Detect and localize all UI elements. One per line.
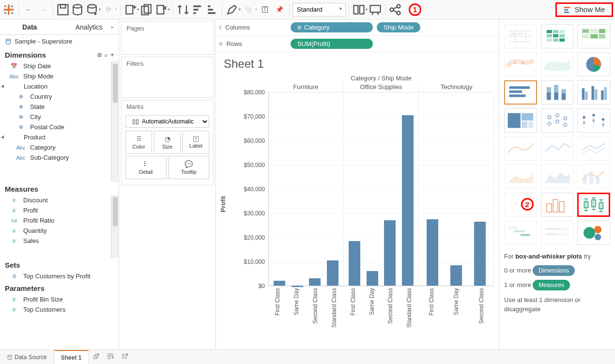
viz-gantt[interactable]: [504, 221, 537, 245]
viz-box-plot[interactable]: [577, 193, 610, 217]
show-hide-cards-icon[interactable]: [352, 3, 366, 16]
field-sales[interactable]: #Sales: [0, 236, 111, 246]
field-ship-date[interactable]: 📅Ship Date: [0, 61, 111, 71]
category-header[interactable]: Furniture: [268, 82, 343, 92]
x-label[interactable]: First Class: [274, 286, 281, 334]
tableau-logo-icon[interactable]: [2, 3, 15, 16]
viz-side-by-side-bar[interactable]: [577, 80, 610, 105]
label-button[interactable]: TLabel: [183, 131, 209, 154]
clear-icon[interactable]: [154, 3, 168, 16]
tooltip-button[interactable]: 💬Tooltip: [169, 156, 210, 179]
scrollbar[interactable]: [111, 195, 119, 258]
refresh-icon[interactable]: ⟳: [102, 3, 115, 16]
bar[interactable]: [327, 260, 338, 286]
size-button[interactable]: ◔Size: [154, 131, 181, 154]
field-quantity[interactable]: #Quantity: [0, 226, 111, 236]
bar[interactable]: [349, 241, 360, 286]
x-label[interactable]: Standard Class: [331, 286, 338, 334]
pill-sum-profit[interactable]: SUM(Profit): [291, 39, 373, 49]
field-city[interactable]: ⊕City: [0, 112, 111, 122]
field-profit-ratio[interactable]: =#Profit Ratio: [0, 215, 111, 226]
forward-icon[interactable]: →: [36, 3, 50, 16]
x-label[interactable]: First Class: [350, 286, 356, 334]
highlight-icon[interactable]: [225, 3, 239, 16]
data-source-tab[interactable]: Data Source: [0, 350, 54, 364]
viz-filled-map[interactable]: [541, 52, 574, 76]
new-story-tab-icon[interactable]: +: [118, 353, 132, 361]
viz-area-continuous[interactable]: [504, 165, 537, 189]
viz-dual-line[interactable]: [577, 136, 610, 161]
field-top-customers-set[interactable]: ⊘Top Customers by Profit: [0, 271, 119, 281]
tab-data[interactable]: Data: [0, 19, 60, 34]
sheet-title[interactable]: Sheet 1: [216, 52, 499, 73]
viz-side-by-side-circles[interactable]: [577, 108, 610, 133]
menu-icon[interactable]: ▾: [111, 52, 114, 58]
save-icon[interactable]: [56, 3, 70, 16]
bar[interactable]: [274, 281, 285, 286]
x-label[interactable]: Second Class: [312, 286, 319, 334]
presentation-icon[interactable]: [369, 3, 382, 16]
share-icon[interactable]: [388, 3, 402, 16]
pages-card[interactable]: Pages: [121, 21, 214, 55]
columns-shelf[interactable]: ⦀Columns ⊞Category Ship Mode: [216, 19, 499, 36]
new-dashboard-tab-icon[interactable]: +: [103, 353, 118, 361]
view-icon[interactable]: ⊞: [97, 52, 102, 58]
viz-line-continuous[interactable]: [504, 136, 537, 161]
viz-text-table[interactable]: 12345678: [504, 24, 537, 48]
rows-shelf[interactable]: ≡Rows SUM(Profit): [216, 36, 499, 52]
mark-type-select[interactable]: ▯▯ AutomaticAutomatic: [125, 115, 209, 128]
viz-dual-combination[interactable]: [577, 165, 610, 189]
field-category[interactable]: AbcCategory: [0, 142, 111, 152]
viz-pie[interactable]: [577, 52, 610, 76]
bar[interactable]: [474, 222, 486, 286]
field-ship-mode[interactable]: AbcShip Mode: [0, 71, 111, 81]
field-profit[interactable]: #Profit: [0, 205, 111, 215]
bar[interactable]: [427, 219, 438, 286]
viz-treemap[interactable]: [504, 108, 537, 133]
new-worksheet-tab-icon[interactable]: +: [89, 353, 103, 361]
viz-heatmap[interactable]: [541, 24, 574, 48]
duplicate-icon[interactable]: [140, 3, 154, 16]
filters-card[interactable]: Filters: [121, 57, 214, 98]
show-me-button[interactable]: Show Me: [555, 2, 613, 17]
viz-packed-bubbles[interactable]: [577, 221, 610, 245]
field-subcategory[interactable]: AbcSub-Category: [0, 152, 111, 163]
new-worksheet-icon[interactable]: [123, 3, 137, 16]
viz-line-discrete[interactable]: [541, 136, 574, 161]
labels-icon[interactable]: T: [258, 3, 272, 16]
x-label[interactable]: Second Class: [478, 286, 485, 334]
x-label[interactable]: Same Day: [293, 286, 300, 334]
field-profit-bin[interactable]: #Profit Bin Size: [0, 294, 119, 304]
field-discount[interactable]: #Discount: [0, 195, 111, 205]
back-icon[interactable]: ←: [22, 3, 35, 16]
pin-icon[interactable]: 📌: [273, 3, 286, 16]
sort-asc-icon[interactable]: [191, 3, 204, 16]
field-top-customers-param[interactable]: #Top Customers: [0, 304, 119, 315]
category-header[interactable]: Technology: [418, 82, 494, 92]
viz-circle-views[interactable]: [541, 108, 574, 133]
viz-symbol-map[interactable]: [504, 52, 537, 76]
bar[interactable]: [309, 278, 321, 286]
scrollbar[interactable]: [111, 61, 119, 182]
folder-product[interactable]: Product: [0, 132, 111, 142]
viz-histogram[interactable]: 2: [541, 193, 574, 217]
new-datasource-icon[interactable]: [71, 3, 84, 16]
viz-stacked-bar[interactable]: [541, 80, 574, 105]
group-icon[interactable]: 📎: [242, 3, 255, 16]
viz-highlight-table[interactable]: 123: [577, 24, 610, 48]
field-country[interactable]: ⊕Country: [0, 91, 111, 102]
field-state[interactable]: ⊕State: [0, 102, 111, 112]
bar[interactable]: [384, 220, 396, 286]
x-label[interactable]: Same Day: [369, 286, 375, 334]
category-header[interactable]: Office Supplies: [343, 82, 419, 92]
pill-category[interactable]: ⊞Category: [291, 22, 373, 32]
tab-analytics[interactable]: Analytics: [60, 19, 119, 34]
x-label[interactable]: Same Day: [453, 286, 460, 334]
bar[interactable]: [367, 271, 378, 286]
viz-area-discrete[interactable]: [541, 165, 574, 189]
detail-button[interactable]: ⠇Detail: [125, 156, 167, 179]
search-icon[interactable]: ⌕: [105, 52, 108, 58]
bar[interactable]: [402, 115, 414, 286]
x-label[interactable]: First Class: [428, 286, 435, 334]
auto-update-icon[interactable]: [85, 3, 99, 16]
